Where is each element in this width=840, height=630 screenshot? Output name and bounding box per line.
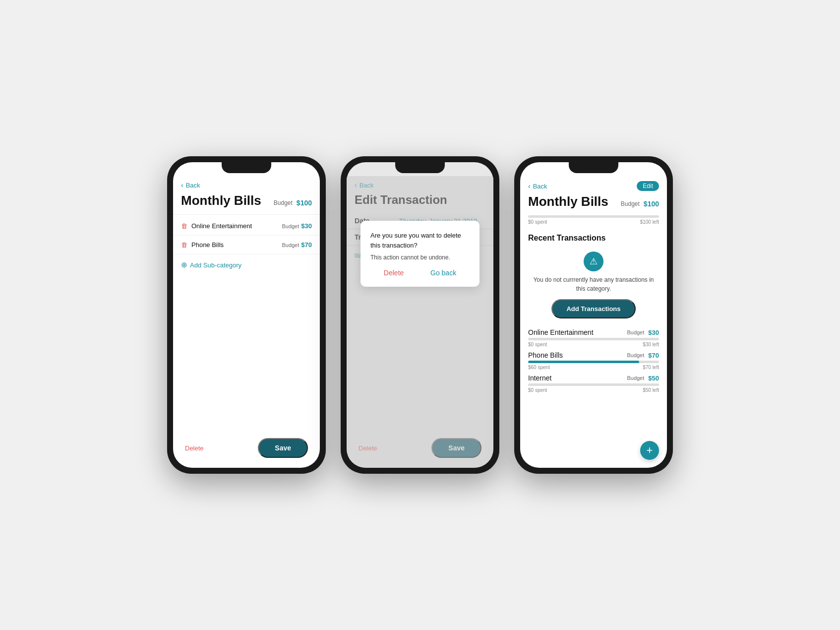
alert-icon: ⚠	[584, 252, 603, 271]
alert-triangle-icon: ⚠	[590, 256, 598, 267]
add-transactions-btn[interactable]: Add Transactions	[551, 299, 635, 318]
sub-cat-online: Online Entertainment Budget $30 $0 spent…	[520, 324, 667, 347]
page-title-3: Monthly Bills	[528, 194, 608, 209]
cat-budget-amount-1: $30	[301, 222, 312, 230]
progress-labels: $0 spent $100 left	[528, 219, 659, 225]
sub-cat-internet-bar	[528, 383, 659, 386]
progress-spent: $0 spent	[528, 219, 547, 225]
phone-1-screen: ‹ Back Monthly Bills Budget $100 🗑 Onlin…	[173, 162, 320, 468]
sub-cat-phone-labels: $60 spent $70 left	[528, 365, 659, 370]
sub-cat-phone-right: Budget $70	[627, 352, 659, 359]
add-sub-label: Add Sub-category	[190, 261, 241, 269]
phone-2-notch	[395, 162, 445, 173]
sub-cat-online-budget-label: Budget	[627, 329, 644, 335]
progress-left: $100 left	[640, 219, 659, 225]
cat-budget-amount-2: $70	[301, 241, 312, 249]
divider-1	[173, 214, 320, 215]
bottom-actions-1: Delete Save	[173, 438, 320, 458]
sub-cat-phone-budget-label: Budget	[627, 352, 644, 358]
cat-budget-label-2: Budget	[282, 242, 299, 248]
sub-cat-phone-header: Phone Bills Budget $70	[528, 351, 659, 359]
sub-cat-phone-bar	[528, 361, 659, 363]
phone-2-content: ‹ Back Edit Transaction Date Thursday, J…	[347, 176, 493, 468]
cat-budget-label-1: Budget	[282, 223, 299, 229]
recent-transactions-header: Recent Transactions	[520, 230, 667, 246]
dialog-delete-btn[interactable]: Delete	[384, 269, 404, 277]
progress-bar-bg	[528, 215, 659, 218]
back-label-3: Back	[533, 183, 547, 190]
no-transactions-area: ⚠ You do not currrently have any transac…	[520, 246, 667, 324]
category-item-2[interactable]: 🗑 Phone Bills Budget $70	[173, 236, 320, 254]
back-label-1: Back	[186, 182, 200, 189]
fab-plus-icon: +	[647, 444, 653, 457]
sub-cat-internet-labels: $0 spent $50 left	[528, 387, 659, 393]
trash-icon-1[interactable]: 🗑	[181, 222, 187, 230]
sub-cat-internet-spent: $0 spent	[528, 387, 547, 393]
back-chevron-icon-3: ‹	[528, 182, 531, 190]
sub-cat-phone-spent: $60 spent	[528, 365, 550, 370]
phone-3-screen: ‹ Back Edit Monthly Bills Budget $100	[520, 162, 667, 468]
header-right-1: Budget $100	[274, 199, 312, 207]
sub-cat-online-budget-amount: $30	[648, 329, 659, 336]
add-subcategory-btn[interactable]: ⊕ Add Sub-category	[173, 254, 320, 275]
sub-cat-internet-budget-amount: $50	[648, 375, 659, 382]
sub-cat-online-bar	[528, 338, 659, 340]
sub-cat-internet-left: $50 left	[643, 387, 659, 393]
sub-cat-online-right: Budget $30	[627, 329, 659, 336]
sub-cat-online-name: Online Entertainment	[528, 328, 594, 336]
edit-btn-3[interactable]: Edit	[637, 181, 659, 191]
phone-3-topbar: ‹ Back Edit	[520, 176, 667, 193]
phones-container: ‹ Back Monthly Bills Budget $100 🗑 Onlin…	[167, 156, 673, 474]
back-chevron-icon-1: ‹	[181, 181, 183, 189]
phone-3-content: ‹ Back Edit Monthly Bills Budget $100	[520, 176, 667, 468]
phone-1: ‹ Back Monthly Bills Budget $100 🗑 Onlin…	[167, 156, 326, 474]
category-name-2: Phone Bills	[191, 241, 282, 249]
sub-cat-internet: Internet Budget $50 $0 spent $50 left	[520, 370, 667, 393]
page-header-1: Monthly Bills Budget $100	[173, 191, 320, 212]
budget-amount-1: $100	[297, 199, 312, 207]
phone-1-notch	[222, 162, 271, 173]
phone-2-screen: ‹ Back Edit Transaction Date Thursday, J…	[347, 162, 493, 468]
save-btn-1[interactable]: Save	[258, 438, 308, 458]
budget-amount-3: $100	[644, 200, 659, 208]
phone-3-notch	[569, 162, 618, 173]
budget-label-1: Budget	[274, 199, 293, 206]
sub-cat-phone-budget-amount: $70	[648, 352, 659, 359]
page-title-1: Monthly Bills	[181, 193, 261, 208]
sub-cat-phone-name: Phone Bills	[528, 351, 563, 359]
sub-cat-online-header: Online Entertainment Budget $30	[528, 328, 659, 336]
category-item-1[interactable]: 🗑 Online Entertainment Budget $30	[173, 217, 320, 236]
no-transactions-text: You do not currrently have any transacti…	[528, 275, 659, 293]
dialog-message: Are you sure you want to delete this tra…	[370, 231, 470, 250]
back-button-3[interactable]: ‹ Back	[528, 182, 547, 190]
sub-cat-online-labels: $0 spent $30 left	[528, 342, 659, 347]
dialog-overlay: Are you sure you want to delete this tra…	[347, 176, 493, 468]
sub-cat-internet-name: Internet	[528, 374, 551, 382]
dialog-actions: Delete Go back	[370, 269, 470, 277]
category-name-1: Online Entertainment	[191, 222, 282, 230]
sub-cat-internet-budget-label: Budget	[627, 375, 644, 381]
delete-btn-1[interactable]: Delete	[185, 444, 204, 452]
dialog-goback-btn[interactable]: Go back	[430, 269, 456, 277]
sub-cat-internet-right: Budget $50	[627, 375, 659, 382]
phone-3: ‹ Back Edit Monthly Bills Budget $100	[514, 156, 673, 474]
dialog-box: Are you sure you want to delete this tra…	[360, 221, 480, 287]
phone-2: ‹ Back Edit Transaction Date Thursday, J…	[341, 156, 499, 474]
back-button-1[interactable]: ‹ Back	[173, 176, 320, 191]
sub-cat-phone-left: $70 left	[643, 365, 659, 370]
page-header-3: Monthly Bills Budget $100	[520, 193, 667, 212]
sub-cat-phone-fill	[528, 361, 639, 363]
budget-label-3: Budget	[621, 200, 640, 207]
trash-icon-2[interactable]: 🗑	[181, 241, 187, 249]
phone-1-content: ‹ Back Monthly Bills Budget $100 🗑 Onlin…	[173, 176, 320, 468]
sub-cat-internet-header: Internet Budget $50	[528, 374, 659, 382]
overall-progress: $0 spent $100 left	[520, 212, 667, 230]
dialog-subtext: This action cannot be undone.	[370, 254, 470, 261]
sub-cat-phone: Phone Bills Budget $70 $60 spent $70 lef…	[520, 347, 667, 370]
sub-cat-online-spent: $0 spent	[528, 342, 547, 347]
fab-add-btn[interactable]: +	[640, 441, 659, 460]
header-right-3: Budget $100	[621, 200, 659, 208]
sub-cat-online-left: $30 left	[643, 342, 659, 347]
plus-circle-icon: ⊕	[181, 260, 187, 269]
